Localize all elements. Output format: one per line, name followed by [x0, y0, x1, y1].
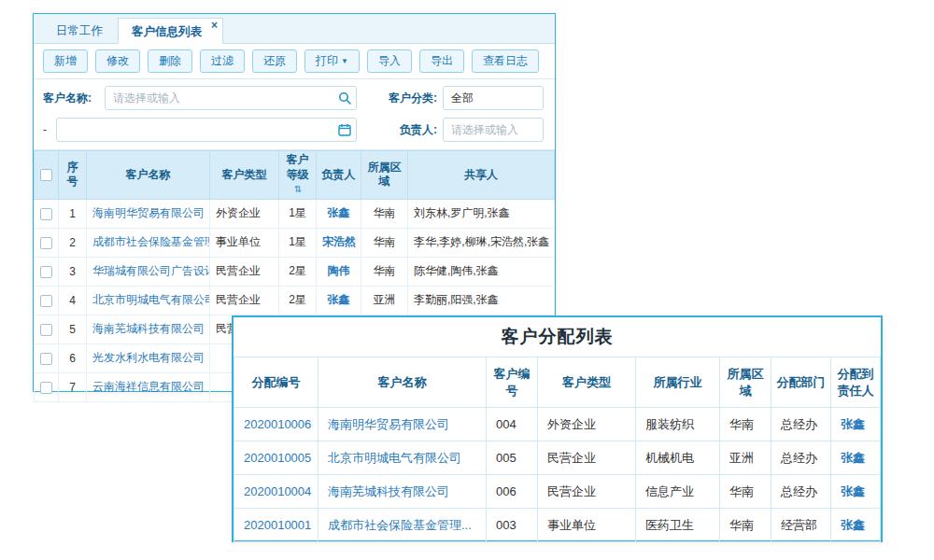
table-row[interactable]: 2020010005 北京市明城电气有限公司 005 民营企业 机械机电 亚洲 …	[234, 441, 881, 475]
alloc-no-link[interactable]: 2020010004	[244, 484, 311, 498]
row-level: 1星	[279, 199, 317, 228]
owner-link[interactable]: 张鑫	[328, 206, 350, 219]
allocation-header-row: 分配编号 客户名称 客户编号 客户类型 所属行业 所属区域 分配部门 分配到责任…	[234, 357, 881, 408]
row-checkbox[interactable]	[40, 353, 52, 365]
owner-link[interactable]: 宋浩然	[322, 235, 356, 248]
close-icon[interactable]: ×	[211, 19, 218, 32]
screen: 日常工作 客户信息列表 × 新增 修改 删除 过滤 还原 打印▼ 导入 导出 查…	[0, 0, 934, 560]
restore-button[interactable]: 还原	[252, 49, 297, 73]
assignee-link[interactable]: 张鑫	[841, 484, 865, 498]
table-row[interactable]: 2020010001 成都市社会保险基金管理... 003 事业单位 医药卫生 …	[234, 509, 881, 542]
add-button[interactable]: 新增	[43, 49, 88, 73]
row-checkbox[interactable]	[40, 382, 52, 394]
customer-name-link[interactable]: 成都市社会保险基金管理...	[328, 518, 472, 532]
assignee-link[interactable]: 张鑫	[841, 451, 865, 465]
tab-daily-work[interactable]: 日常工作	[43, 19, 116, 43]
col-level-label: 客户等级	[287, 153, 309, 181]
col-owner: 负责人	[317, 151, 361, 200]
table-row[interactable]: 1 海南明华贸易有限公司 外资企业 1星 张鑫 华南 刘东林,罗广明,张鑫	[35, 199, 555, 228]
view-log-button[interactable]: 查看日志	[472, 49, 539, 73]
row-region: 亚洲	[720, 441, 771, 475]
table-row[interactable]: 4 北京市明城电气有限公司 民营企业 2星 张鑫 亚洲 李勤丽,阳强,张鑫	[35, 286, 555, 315]
sort-icon[interactable]: ⇅	[294, 184, 302, 194]
col-industry: 所属行业	[636, 357, 720, 408]
row-shared: 陈华健,陶伟,张鑫	[408, 257, 555, 286]
import-button[interactable]: 导入	[367, 49, 412, 73]
customer-name-link[interactable]: 华瑞城有限公司广告设计部	[92, 264, 210, 277]
row-checkbox[interactable]	[40, 266, 52, 278]
row-region: 华南	[720, 509, 771, 542]
customer-name-link[interactable]: 海南芜城科技有限公司	[92, 322, 205, 335]
row-cust-no: 005	[487, 441, 538, 475]
col-level[interactable]: 客户等级⇅	[279, 151, 317, 200]
col-alloc-no: 分配编号	[234, 357, 318, 408]
calendar-icon[interactable]	[338, 123, 351, 136]
col-type: 客户类型	[538, 357, 636, 408]
col-region: 所属区域	[361, 151, 408, 200]
customer-name-link[interactable]: 北京市明城电气有限公司	[92, 293, 210, 306]
row-seq: 5	[59, 315, 87, 343]
row-type: 外资企业	[210, 199, 279, 228]
col-shared: 共享人	[408, 151, 555, 200]
row-dept: 经营部	[771, 509, 831, 542]
row-industry: 机械机电	[636, 441, 720, 475]
customer-name-link[interactable]: 海南明华贸易有限公司	[92, 206, 205, 219]
row-industry: 医药卫生	[636, 509, 720, 542]
row-shared: 刘东林,罗广明,张鑫	[408, 199, 555, 228]
owner-link[interactable]: 陶伟	[328, 264, 350, 277]
customer-category-select[interactable]: 全部	[443, 86, 544, 110]
alloc-no-link[interactable]: 2020010006	[244, 417, 311, 431]
customer-name-input[interactable]	[105, 86, 357, 110]
row-cust-no: 004	[487, 408, 538, 441]
row-region: 华南	[720, 408, 771, 441]
customer-name-link[interactable]: 北京市明城电气有限公司	[328, 451, 461, 465]
col-dept: 分配部门	[771, 357, 831, 408]
table-row[interactable]: 2 成都市社会保险基金管理... 事业单位 1星 宋浩然 华南 李华,李婷,柳琳…	[35, 228, 555, 257]
select-all-checkbox[interactable]	[40, 169, 52, 181]
row-type: 民营企业	[210, 257, 279, 286]
customer-name-link[interactable]: 云南海祥信息有限公司	[92, 380, 205, 393]
row-checkbox[interactable]	[40, 295, 52, 307]
print-label: 打印	[316, 54, 338, 67]
owner-input[interactable]	[443, 118, 544, 142]
assignee-link[interactable]: 张鑫	[841, 518, 865, 532]
search-icon[interactable]	[338, 91, 351, 105]
alloc-no-link[interactable]: 2020010001	[244, 518, 311, 532]
table-row[interactable]: 2020010006 海南明华贸易有限公司 004 外资企业 服装纺织 华南 总…	[234, 408, 881, 441]
row-dept: 总经办	[771, 441, 831, 475]
tab-customer-info-list[interactable]: 客户信息列表 ×	[118, 18, 223, 44]
tab-bar: 日常工作 客户信息列表 ×	[34, 14, 555, 44]
row-seq: 6	[59, 343, 87, 372]
row-checkbox[interactable]	[40, 208, 52, 220]
row-seq: 1	[59, 199, 87, 228]
filter-button[interactable]: 过滤	[200, 49, 245, 73]
row-region: 华南	[361, 199, 408, 228]
row-type: 民营企业	[538, 441, 636, 475]
row-level: 2星	[279, 257, 317, 286]
row-shared: 李华,李婷,柳琳,宋浩然,张鑫	[408, 228, 555, 257]
customer-name-link[interactable]: 成都市社会保险基金管理...	[92, 235, 210, 248]
edit-button[interactable]: 修改	[95, 49, 140, 73]
delete-button[interactable]: 删除	[148, 49, 192, 73]
date-input[interactable]	[56, 118, 357, 142]
row-cust-no: 003	[487, 509, 538, 542]
customer-name-link[interactable]: 海南明华贸易有限公司	[328, 417, 449, 431]
customer-name-link[interactable]: 海南芜城科技有限公司	[328, 484, 449, 498]
row-checkbox[interactable]	[40, 324, 52, 336]
caret-down-icon: ▼	[341, 57, 348, 65]
row-checkbox[interactable]	[40, 237, 52, 249]
row-region: 华南	[720, 475, 771, 509]
export-button[interactable]: 导出	[419, 49, 464, 73]
col-assignee: 分配到责任人	[831, 357, 881, 408]
table-row[interactable]: 3 华瑞城有限公司广告设计部 民营企业 2星 陶伟 华南 陈华健,陶伟,张鑫	[35, 257, 555, 286]
col-name: 客户名称	[318, 357, 487, 408]
row-cust-no: 006	[487, 475, 538, 509]
assignee-link[interactable]: 张鑫	[841, 417, 865, 431]
table-row[interactable]: 2020010004 海南芜城科技有限公司 006 民营企业 信息产业 华南 总…	[234, 475, 881, 509]
print-button[interactable]: 打印▼	[304, 49, 360, 73]
row-industry: 信息产业	[636, 475, 720, 509]
customer-name-link[interactable]: 光发水利水电有限公司	[92, 351, 205, 364]
owner-link[interactable]: 张鑫	[328, 293, 350, 306]
alloc-no-link[interactable]: 2020010005	[244, 451, 311, 465]
row-level: 1星	[279, 228, 317, 257]
